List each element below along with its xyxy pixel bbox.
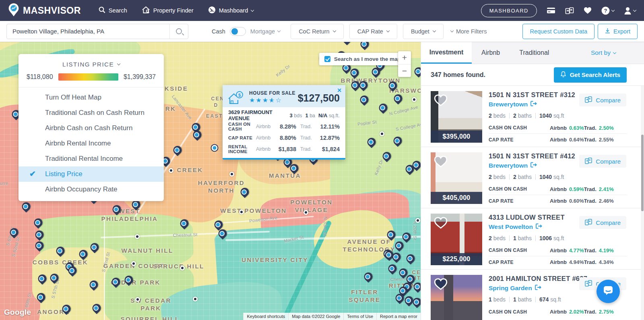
property-finder-icon: [142, 6, 150, 15]
neighborhood-link[interactable]: Spring Garden: [489, 285, 541, 292]
popup-header: $ HOUSE FOR SALE ★★★☆★☆ ✕ $127,500: [223, 85, 345, 107]
open-neighborhood-icon: [536, 223, 542, 231]
cap-rate-dropdown[interactable]: CAP Rate: [349, 24, 397, 39]
popup-body: 3629 FAIRMOUNT AVENUE 3 bds 1 ba N/A sq.…: [223, 107, 345, 158]
search-as-move-checkbox[interactable]: Search as I move the map: [319, 53, 406, 65]
compare-button[interactable]: Compare: [579, 216, 626, 229]
heatmap-option[interactable]: Traditional Cash on Cash Return: [19, 105, 164, 121]
mashvisor-pin-icon: [8, 3, 19, 18]
tab-traditional[interactable]: Traditional: [510, 42, 559, 64]
heatmap-option[interactable]: Airbnb Occupancy Rate: [19, 182, 164, 197]
zoom-out-button[interactable]: −: [398, 64, 411, 77]
map-dot-marker[interactable]: [239, 210, 244, 214]
traditional-stat: Trad.2.55%: [584, 137, 627, 143]
map-dot-marker[interactable]: [415, 218, 420, 223]
more-filters-button[interactable]: More Filters: [451, 28, 487, 35]
results-scrollbar: [641, 86, 644, 320]
tab-investment[interactable]: Investment: [421, 42, 472, 64]
stat-label: CASH ON CASH: [489, 309, 550, 315]
selected-property-marker[interactable]: [212, 145, 218, 151]
compare-transfer-icon[interactable]: [565, 7, 574, 15]
export-button[interactable]: Export: [598, 24, 638, 39]
map[interactable]: Kelly DrKelly DrN College AveS College A…: [0, 42, 421, 320]
help-icon[interactable]: ?: [601, 6, 614, 15]
map-dot-marker[interactable]: [412, 97, 417, 102]
user-account-icon[interactable]: [624, 7, 636, 15]
map-dot-marker[interactable]: [135, 234, 140, 239]
heatmap-option[interactable]: Airbnb Cash on Cash Return: [19, 121, 164, 136]
favorite-button[interactable]: [433, 216, 448, 229]
map-dot-marker[interactable]: [180, 266, 185, 270]
map-dot-marker[interactable]: [135, 297, 140, 302]
sort-by-dropdown[interactable]: Sort by: [591, 42, 616, 64]
zoom-in-button[interactable]: +: [398, 51, 411, 64]
heatmap-option[interactable]: Airbnb Rental Income: [19, 136, 164, 151]
listing-card[interactable]: $225,000 4313 LUDLOW STREET West Powelto…: [421, 208, 644, 270]
mashboard-button[interactable]: MASHBOARD: [481, 4, 537, 17]
neighborhood-link[interactable]: West Powelton: [489, 223, 542, 231]
chevron-down-icon: [117, 62, 120, 65]
get-search-alerts-button[interactable]: Get Search Alerts: [554, 67, 627, 83]
report-map-error-link[interactable]: Report a map error: [376, 313, 421, 320]
favorites-heart-icon[interactable]: [584, 7, 592, 14]
results-subheader: 347 homes found. Get Search Alerts: [421, 64, 644, 86]
map-dot-marker[interactable]: [169, 168, 173, 173]
map-area-label: HAVERFORD NORTH: [198, 179, 245, 195]
search-icon: [99, 6, 105, 15]
cash-label: Cash: [212, 28, 225, 35]
heatmap-option[interactable]: Listing Price: [19, 166, 164, 182]
airbnb-stat: Airbnb4.94%: [550, 259, 584, 265]
heatmap-option[interactable]: Traditional Rental Income: [19, 151, 164, 166]
compare-button[interactable]: Compare: [579, 94, 626, 106]
map-dot-marker[interactable]: [193, 297, 198, 301]
nav-property-finder[interactable]: Property Finder: [142, 6, 194, 15]
terms-of-use-link[interactable]: Terms of Use: [343, 313, 376, 320]
map-dot-marker[interactable]: [380, 131, 384, 136]
neighborhood-link[interactable]: Brewerytown: [489, 162, 537, 169]
budget-dropdown[interactable]: Budget: [403, 24, 444, 39]
popup-stat-row: CASH ON CASH Airbnb8.28% Trad.12.11%: [228, 121, 340, 132]
coc-return-dropdown[interactable]: CoC Return: [291, 24, 344, 39]
tab-airbnb[interactable]: Airbnb: [472, 42, 510, 64]
top-navbar: MASHVISOR Search Property Finder Mashboa…: [0, 0, 644, 21]
map-area-label: EAST: [206, 113, 223, 119]
nav-search[interactable]: Search: [99, 6, 127, 15]
map-data-credit: Map data ©2022 Google: [288, 313, 343, 320]
heatmap-layer-selector[interactable]: LISTING PRICE: [19, 54, 164, 71]
search-submit-button[interactable]: [169, 24, 188, 39]
compare-button[interactable]: Compare: [579, 155, 626, 168]
stat-label: CASH ON CASH: [489, 186, 550, 192]
traditional-stat: Trad.2.50%: [584, 125, 627, 131]
billing-card-icon[interactable]: [547, 7, 555, 14]
nav-mashboard[interactable]: Mashboard: [208, 6, 254, 15]
mashvisor-logo[interactable]: MASHVISOR: [8, 3, 81, 18]
open-neighborhood-icon: [530, 162, 537, 169]
chat-launcher-button[interactable]: [597, 280, 620, 303]
listing-card[interactable]: $395,000 1501 N 31ST STREET #312 Brewery…: [421, 86, 644, 147]
heatmap-option[interactable]: Turn Off Heat Map: [19, 90, 164, 105]
listing-card[interactable]: $405,000 1501 N 31ST STREET #412 Brewery…: [421, 147, 644, 208]
stat-label: CASH ON CASH: [489, 125, 550, 131]
listing-address: 4313 LUDLOW STREET: [489, 214, 565, 221]
map-dot-marker[interactable]: [131, 261, 136, 266]
map-dot-marker[interactable]: [229, 172, 234, 177]
heatmap-range: $118,080 $1,399,337: [19, 71, 164, 87]
favorite-button[interactable]: [433, 94, 448, 107]
keyboard-shortcuts-link[interactable]: Keyboard shortcuts: [243, 313, 288, 320]
request-custom-data-button[interactable]: Request Custom Data: [522, 24, 594, 39]
open-neighborhood-icon: [530, 101, 537, 108]
neighborhood-link[interactable]: Brewerytown: [489, 101, 537, 108]
location-search-input[interactable]: [7, 28, 169, 35]
scrollbar-thumb[interactable]: [641, 135, 644, 211]
mortgage-dropdown[interactable]: Mortgage: [250, 28, 280, 35]
map-dot-marker[interactable]: [303, 210, 308, 215]
cash-mortgage-toggle[interactable]: [230, 27, 246, 36]
results-count: 347 homes found.: [431, 71, 485, 79]
chevron-down-icon: [277, 29, 281, 32]
favorite-button[interactable]: [433, 155, 448, 168]
favorite-button[interactable]: [433, 278, 448, 291]
divider: [509, 174, 510, 180]
mashboard-icon: [208, 6, 216, 15]
traditional-stat: Trad.2.75%: [584, 309, 627, 315]
heatmap-legend-panel: LISTING PRICE $118,080 $1,399,337 Turn O…: [19, 54, 164, 201]
